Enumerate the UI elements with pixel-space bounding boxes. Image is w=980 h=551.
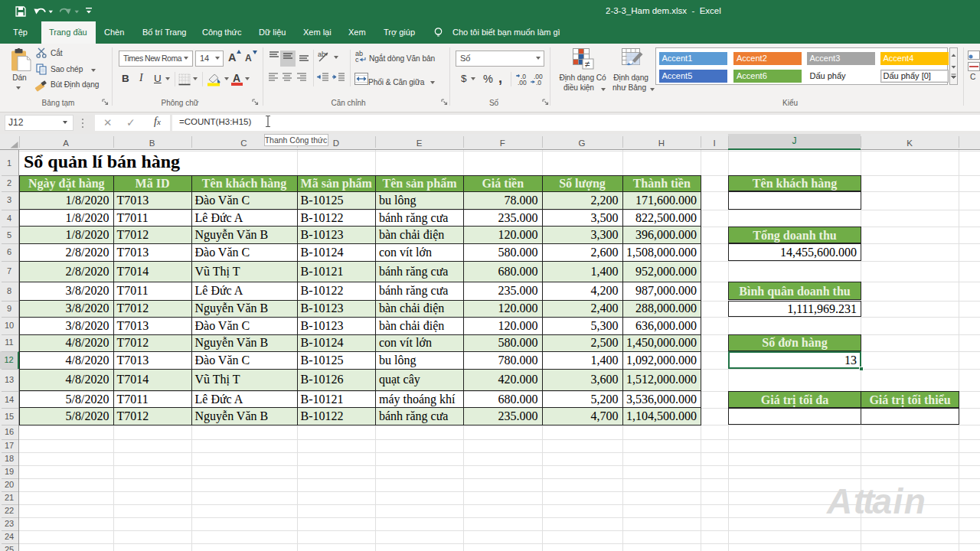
svg-text:.0: .0	[536, 79, 541, 86]
svg-text:≠: ≠	[585, 59, 590, 70]
svg-text:c: c	[355, 56, 359, 63]
svg-text:.00: .00	[518, 79, 527, 86]
svg-text:ab: ab	[318, 51, 325, 58]
